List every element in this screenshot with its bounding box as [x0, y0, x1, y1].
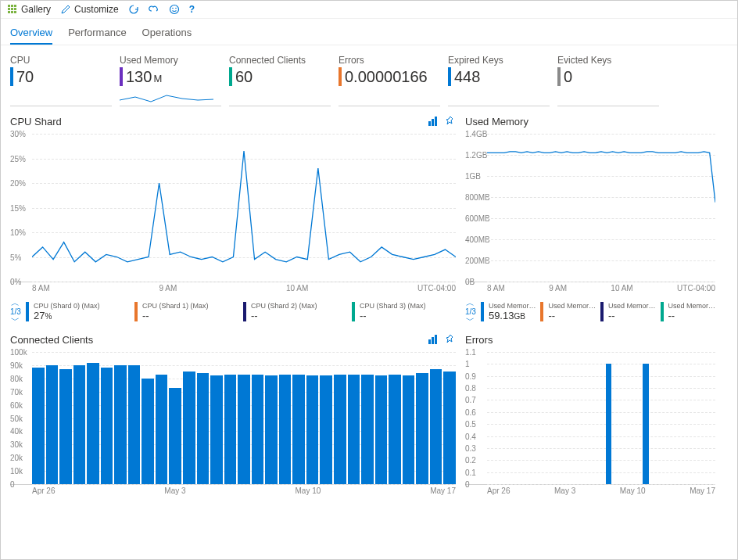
x-tick: 9 AM — [549, 284, 567, 293]
y-tick: 0.7 — [465, 396, 476, 404]
kpi-color-bar — [448, 67, 451, 86]
y-tick: 0.4 — [465, 432, 476, 440]
chevron-up-icon[interactable]: ︿ — [466, 299, 475, 307]
bar — [416, 373, 428, 484]
card-errors: Errors 00.10.20.30.40.50.60.70.80.911.1 … — [465, 334, 715, 495]
y-tick: 1GB — [465, 172, 481, 181]
kpi-strip: CPU 70 Used Memory 130M Connected Client… — [1, 45, 737, 106]
y-tick: 0.1 — [465, 468, 476, 476]
legend-value: 59.13GB — [489, 310, 536, 321]
legend-value: -- — [608, 310, 656, 321]
chevron-down-icon[interactable]: ﹀ — [11, 316, 20, 325]
legend-item[interactable]: CPU (Shard 1) (Max)-- — [134, 302, 238, 321]
kpi-errors[interactable]: Errors 0.00000166 — [339, 55, 440, 106]
x-axis-ticks: Apr 26May 3May 10May 17 — [465, 485, 715, 495]
bar — [292, 375, 305, 484]
auto-refresh-button[interactable] — [149, 4, 159, 15]
tab-operations[interactable]: Operations — [142, 23, 192, 45]
pin-icon[interactable] — [445, 116, 456, 129]
kpi-value: 60 — [235, 68, 254, 86]
kpi-sparkline — [557, 91, 659, 106]
legend-item[interactable]: CPU (Shard 2) (Max)-- — [243, 302, 347, 321]
svg-rect-6 — [8, 11, 10, 13]
bar — [430, 369, 442, 484]
y-tick: 0 — [10, 480, 15, 489]
tab-performance[interactable]: Performance — [68, 23, 126, 45]
card-title: Connected Clients — [10, 334, 456, 346]
card-title: CPU Shard — [10, 116, 456, 127]
customize-button[interactable]: Customize — [60, 4, 119, 15]
refresh-button[interactable] — [128, 4, 139, 15]
bar — [403, 375, 415, 484]
pencil-icon — [60, 4, 71, 15]
used-memory-chart[interactable]: 0B200MB400MB600MB800MB1GB1.2GB1.4GB — [465, 134, 715, 282]
svg-rect-16 — [432, 337, 434, 344]
y-tick: 5% — [10, 253, 21, 261]
x-tick: 10 AM — [286, 284, 308, 293]
legend-item[interactable]: Used Memory (Shard 2...-- — [540, 302, 596, 321]
legend-value: -- — [360, 310, 456, 321]
x-tick: May 17 — [690, 486, 715, 495]
bar — [210, 375, 223, 484]
kpi-used-memory[interactable]: Used Memory 130M — [120, 55, 221, 106]
legend-item[interactable]: CPU (Shard 0) (Max)27% — [26, 302, 130, 321]
kpi-label: Errors — [339, 55, 440, 66]
kpi-color-bar — [339, 67, 342, 86]
legend-value: -- — [142, 310, 238, 321]
svg-rect-0 — [8, 5, 10, 7]
x-tick: 8 AM — [32, 284, 50, 293]
chevron-down-icon[interactable]: ﹀ — [466, 316, 475, 325]
y-tick: 400MB — [465, 235, 490, 244]
x-tick: 9 AM — [159, 284, 177, 293]
y-tick: 800MB — [465, 193, 490, 202]
kpi-connected-clients[interactable]: Connected Clients 60 — [229, 55, 331, 106]
bar — [73, 365, 86, 484]
kpi-color-bar — [229, 67, 232, 86]
cpu-shard-chart[interactable]: 0%5%10%15%20%25%30% — [10, 134, 456, 282]
bar — [643, 364, 648, 484]
svg-rect-5 — [14, 8, 16, 10]
kpi-expired-keys[interactable]: Expired Keys 448 — [448, 55, 550, 106]
legend-item[interactable]: Used Memory (Shard 3...-- — [661, 302, 716, 321]
errors-chart[interactable]: 00.10.20.30.40.50.60.70.80.911.1 — [465, 352, 715, 485]
x-tick: May 10 — [620, 486, 646, 495]
svg-point-10 — [172, 8, 174, 9]
bar — [32, 368, 45, 484]
gallery-button[interactable]: Gallery — [7, 4, 51, 15]
x-tick: May 3 — [164, 486, 185, 495]
bar — [169, 388, 181, 484]
pin-icon[interactable] — [445, 334, 456, 347]
feedback-button[interactable] — [169, 4, 180, 15]
bar — [252, 375, 264, 484]
bar — [375, 375, 388, 484]
bar-chart-icon[interactable] — [428, 116, 439, 129]
bar — [238, 375, 250, 484]
kpi-color-bar — [557, 67, 561, 86]
svg-rect-1 — [11, 5, 13, 7]
legend-item[interactable]: Used Memory (Shard 1...-- — [600, 302, 656, 321]
kpi-evicted-keys[interactable]: Evicted Keys 0 — [557, 55, 659, 106]
svg-rect-15 — [428, 339, 431, 344]
y-tick: 40k — [10, 427, 23, 436]
y-tick: 20% — [10, 179, 26, 188]
kpi-color-bar — [120, 67, 123, 86]
bar — [197, 373, 210, 484]
kpi-cpu[interactable]: CPU 70 — [10, 55, 112, 106]
chevron-up-icon[interactable]: ︿ — [11, 299, 20, 307]
svg-rect-2 — [14, 5, 16, 7]
x-axis-ticks: 8 AM9 AM10 AMUTC-04:00 — [10, 282, 456, 293]
legend-item[interactable]: CPU (Shard 3) (Max)-- — [352, 302, 456, 321]
legend-item[interactable]: Used Memory (Shard 0...59.13GB — [481, 302, 536, 321]
tab-overview[interactable]: Overview — [10, 23, 52, 45]
x-tick: Apr 26 — [32, 486, 55, 495]
kpi-sparkline — [229, 91, 331, 106]
y-tick: 90k — [10, 361, 23, 369]
legend-name: Used Memory (Shard 3... — [668, 302, 716, 310]
bar — [389, 375, 401, 484]
connected-clients-chart[interactable]: 010k20k30k40k50k60k70k80k90k100k — [10, 352, 456, 485]
legend-value: -- — [251, 310, 347, 321]
legend-cpu: ︿1/3﹀CPU (Shard 0) (Max)27%CPU (Shard 1)… — [10, 299, 456, 325]
help-button[interactable]: ? — [189, 4, 195, 15]
bar-chart-icon[interactable] — [428, 334, 439, 347]
y-tick: 0 — [465, 480, 470, 489]
